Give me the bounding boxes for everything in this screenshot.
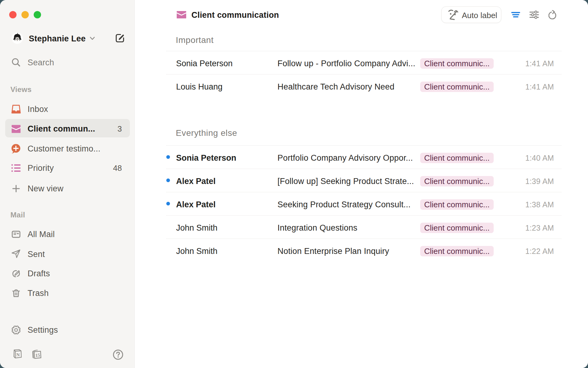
svg-text:15: 15 [35,353,40,358]
svg-text:N: N [16,352,20,357]
